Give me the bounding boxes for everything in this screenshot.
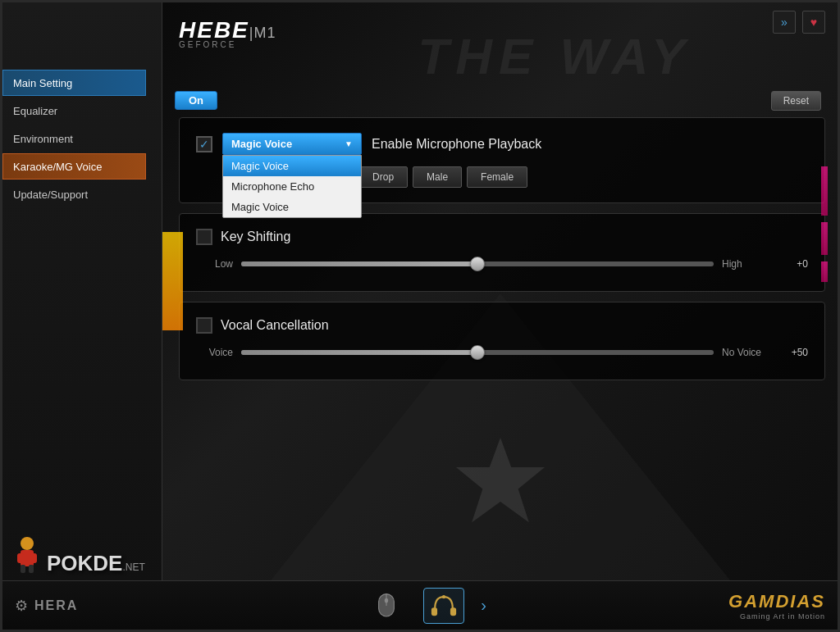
svg-rect-11: [450, 607, 456, 616]
right-stripe-3: [821, 261, 828, 282]
dropdown-option-microphone-echo[interactable]: Microphone Echo: [223, 176, 361, 197]
dropdown-option-magic-voice-2[interactable]: Magic Voice: [223, 197, 361, 217]
headphones-icon-btn[interactable]: [423, 588, 464, 624]
vocal-cancellation-thumb[interactable]: [470, 345, 485, 360]
key-shifting-label-high: High: [722, 258, 771, 270]
vocal-cancellation-title-row: Vocal Cancellation: [196, 317, 808, 334]
pokde-character-icon: [11, 535, 43, 576]
vocal-label-no-voice: No Voice: [722, 347, 771, 358]
key-shifting-title-row: Key Shifting: [196, 229, 808, 245]
pokde-net-text: .NET: [122, 562, 144, 573]
key-shifting-title: Key Shifting: [221, 230, 290, 244]
left-yellow-stripe: [162, 232, 183, 330]
magic-voice-row: ✓ Magic Voice ▼ Magic Voice Microphon: [196, 133, 808, 155]
dropdown-container: Magic Voice ▼ Magic Voice Microphone Ech…: [222, 133, 362, 155]
svg-rect-3: [17, 553, 24, 563]
magic-voice-panel: ✓ Magic Voice ▼ Magic Voice Microphon: [179, 117, 825, 203]
vocal-label-voice: Voice: [196, 347, 233, 358]
magic-voice-dropdown[interactable]: Magic Voice ▼: [222, 133, 362, 155]
checkbox-check: ✓: [199, 138, 209, 151]
enable-microphone-label: Enable Microphone Playback: [372, 137, 541, 152]
dropdown-menu: Magic Voice Microphone Echo Magic Voice: [222, 155, 362, 218]
reset-button[interactable]: Reset: [771, 91, 821, 111]
pokde-text: POKDE: [47, 551, 122, 576]
gamdias-logo: GAMDIAS Gaming Art in Motion: [728, 591, 825, 621]
svg-rect-10: [431, 607, 437, 616]
mouse-icon-btn[interactable]: [366, 588, 407, 624]
bottom-nav-arrow[interactable]: ›: [481, 596, 486, 615]
sidebar-item-update-support[interactable]: Update/Support: [2, 181, 146, 207]
forward-icon: »: [781, 16, 788, 29]
main-content: ✓ Magic Voice ▼ Magic Voice Microphon: [179, 117, 825, 572]
right-stripes: [821, 166, 828, 412]
on-button[interactable]: On: [175, 91, 217, 110]
key-shifting-slider-row: Low High +0: [196, 258, 808, 270]
vocal-cancellation-checkbox[interactable]: [196, 317, 212, 334]
vocal-cancellation-title: Vocal Cancellation: [221, 318, 329, 333]
right-stripe-1: [821, 166, 828, 216]
gamdias-sub: Gaming Art in Motion: [728, 612, 825, 621]
vocal-cancellation-value: +50: [779, 347, 808, 358]
sidebar-item-karaoke[interactable]: Karaoke/MG Voice: [2, 153, 146, 180]
forward-icon-btn[interactable]: »: [773, 11, 796, 34]
dropdown-arrow-icon: ▼: [345, 139, 353, 148]
sidebar-item-main-setting[interactable]: Main Setting: [2, 70, 146, 96]
svg-point-1: [21, 537, 34, 550]
sidebar-item-environment[interactable]: Environment: [2, 125, 146, 152]
key-shifting-fill: [241, 261, 477, 266]
vocal-cancellation-slider[interactable]: [241, 350, 714, 355]
heart-icon-btn[interactable]: ♥: [802, 11, 825, 34]
gamdias-text: GAMDIAS: [728, 591, 825, 612]
svg-rect-6: [29, 565, 34, 573]
bottom-left: ⚙ HERA: [15, 597, 175, 615]
key-shifting-thumb[interactable]: [470, 257, 485, 271]
preset-drop[interactable]: Drop: [358, 166, 408, 188]
bottom-center: ›: [175, 588, 678, 624]
svg-point-9: [385, 598, 388, 602]
bottom-right: GAMDIAS Gaming Art in Motion: [678, 591, 825, 621]
bottom-bar: ⚙ HERA: [2, 580, 838, 630]
magic-voice-checkbox[interactable]: ✓: [196, 136, 212, 152]
right-stripe-2: [821, 222, 828, 255]
heart-icon: ♥: [810, 16, 817, 29]
top-right-controls: » ♥: [773, 11, 825, 34]
key-shifting-slider[interactable]: [241, 261, 714, 266]
dropdown-option-magic-voice[interactable]: Magic Voice: [223, 156, 361, 176]
logo-area: HEBE|M1 GEFORCE: [162, 2, 368, 64]
svg-rect-4: [30, 553, 37, 563]
key-shifting-panel: Key Shifting Low High +0: [179, 213, 825, 292]
vocal-cancellation-fill: [241, 350, 477, 355]
key-shifting-checkbox[interactable]: [196, 229, 212, 245]
bg-text: THE WAY: [418, 27, 692, 85]
key-shifting-value: +0: [779, 258, 808, 270]
vocal-cancellation-panel: Vocal Cancellation Voice No Voice +50: [179, 302, 825, 380]
gear-icon: ⚙: [15, 597, 28, 615]
sidebar-item-equalizer[interactable]: Equalizer: [2, 98, 146, 124]
watermark: POKDE .NET: [11, 535, 145, 576]
logo: HEBE|M1 GEFORCE: [179, 17, 276, 49]
dropdown-selected-label: Magic Voice: [231, 138, 292, 150]
svg-rect-5: [21, 565, 25, 573]
preset-female[interactable]: Female: [467, 166, 527, 188]
app-frame: THE WAY Main Setting Equalizer Environme…: [0, 0, 840, 632]
vocal-cancellation-slider-row: Voice No Voice +50: [196, 347, 808, 358]
sidebar: Main Setting Equalizer Environment Karao…: [2, 2, 162, 585]
hera-label: HERA: [34, 598, 78, 613]
key-shifting-label-low: Low: [196, 258, 233, 270]
preset-male[interactable]: Male: [413, 166, 462, 188]
svg-point-12: [442, 595, 445, 598]
